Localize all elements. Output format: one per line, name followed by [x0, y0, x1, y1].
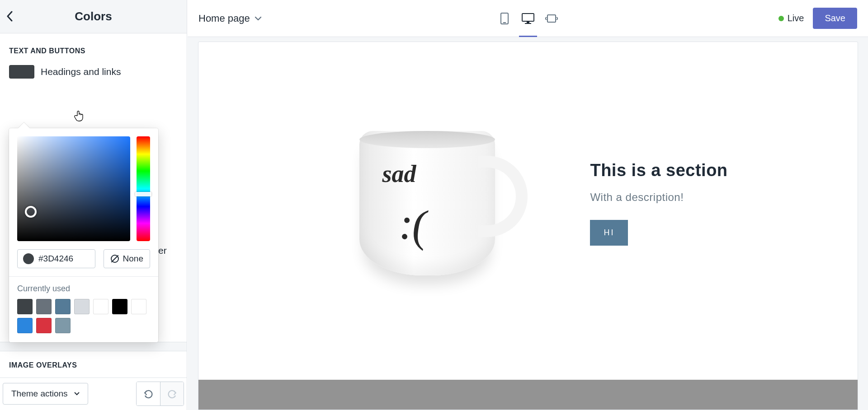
svg-rect-3	[522, 14, 534, 21]
sidebar-body: TEXT AND BUTTONS Headings and links	[0, 33, 187, 377]
color-row-label: Headings and links	[41, 66, 121, 77]
mug-face: :(	[397, 197, 432, 252]
undo-redo-group	[136, 382, 184, 406]
saturation-field[interactable]	[17, 136, 130, 241]
currently-used-swatch[interactable]	[74, 299, 90, 314]
currently-used-swatch[interactable]	[36, 318, 52, 333]
viewport-toggles	[497, 11, 559, 26]
svg-rect-6	[547, 15, 556, 22]
swatch-headings-links[interactable]	[9, 65, 34, 79]
hue-handle[interactable]	[135, 192, 151, 196]
svg-rect-4	[527, 21, 529, 23]
page-selector-label: Home page	[198, 13, 250, 24]
currently-used-label: Currently used	[17, 284, 150, 294]
hue-slider[interactable]	[137, 136, 150, 241]
currently-used-swatch[interactable]	[131, 299, 146, 314]
currently-used-swatch[interactable]	[17, 299, 33, 314]
section-description: With a description!	[590, 191, 727, 204]
live-dot-icon	[778, 16, 784, 21]
mug-text: sad	[382, 162, 416, 186]
currently-used-swatch[interactable]	[36, 299, 52, 314]
section-title: This is a section	[590, 161, 727, 180]
page-selector[interactable]: Home page	[198, 13, 262, 24]
color-picker-popover: #3D4246 None Currently used	[9, 128, 158, 342]
section-heading-text-buttons: TEXT AND BUTTONS	[0, 33, 187, 63]
live-status: Live	[778, 13, 804, 23]
section-text-block: This is a section With a description! HI	[590, 161, 727, 246]
editor-topbar: Home page Live Save	[188, 0, 868, 37]
section-cta-button[interactable]: HI	[590, 220, 628, 246]
hex-input[interactable]: #3D4246	[17, 249, 95, 268]
theme-actions-label: Theme actions	[11, 389, 68, 399]
saturation-handle[interactable]	[25, 206, 37, 218]
partial-hidden-label: er	[158, 245, 167, 256]
undo-button[interactable]	[137, 382, 160, 405]
sidebar-header: Colors	[0, 0, 187, 33]
redo-button	[160, 382, 184, 405]
sidebar-title: Colors	[9, 9, 178, 23]
caret-down-icon	[74, 392, 80, 396]
currently-used-section: Currently used	[9, 276, 158, 342]
currently-used-swatch[interactable]	[93, 299, 108, 314]
theme-actions-dropdown[interactable]: Theme actions	[3, 383, 88, 405]
preview-area: sad :( This is a section With a descript…	[188, 37, 868, 410]
clear-color-button[interactable]: None	[104, 249, 150, 268]
svg-rect-2	[503, 22, 506, 23]
sidebar-footer: Theme actions	[0, 377, 187, 410]
live-label: Live	[788, 13, 804, 23]
currently-used-swatch[interactable]	[55, 299, 71, 314]
hex-value-text: #3D4246	[38, 254, 73, 264]
product-image: sad :(	[328, 108, 527, 298]
theme-editor-sidebar: Colors TEXT AND BUTTONS Headings and lin…	[0, 0, 187, 410]
currently-used-grid	[17, 299, 150, 333]
back-button[interactable]	[6, 11, 13, 22]
hex-preview-dot	[23, 253, 34, 264]
viewport-mobile[interactable]	[497, 11, 512, 26]
preview-frame: sad :( This is a section With a descript…	[198, 42, 858, 410]
color-row-headings-links[interactable]: Headings and links	[0, 63, 187, 83]
currently-used-swatch[interactable]	[17, 318, 33, 333]
save-button[interactable]: Save	[813, 8, 857, 29]
section-heading-image-overlays: IMAGE OVERLAYS	[0, 351, 187, 377]
svg-rect-5	[525, 23, 531, 24]
viewport-fullwidth[interactable]	[544, 11, 559, 26]
cursor-icon	[74, 110, 85, 122]
currently-used-swatch[interactable]	[55, 318, 71, 333]
viewport-desktop[interactable]	[521, 11, 535, 26]
eyedropper-none-icon	[110, 254, 119, 263]
chevron-down-icon	[255, 16, 262, 21]
preview-footer-bar	[198, 380, 858, 410]
none-label: None	[123, 254, 143, 264]
currently-used-swatch[interactable]	[112, 299, 127, 314]
